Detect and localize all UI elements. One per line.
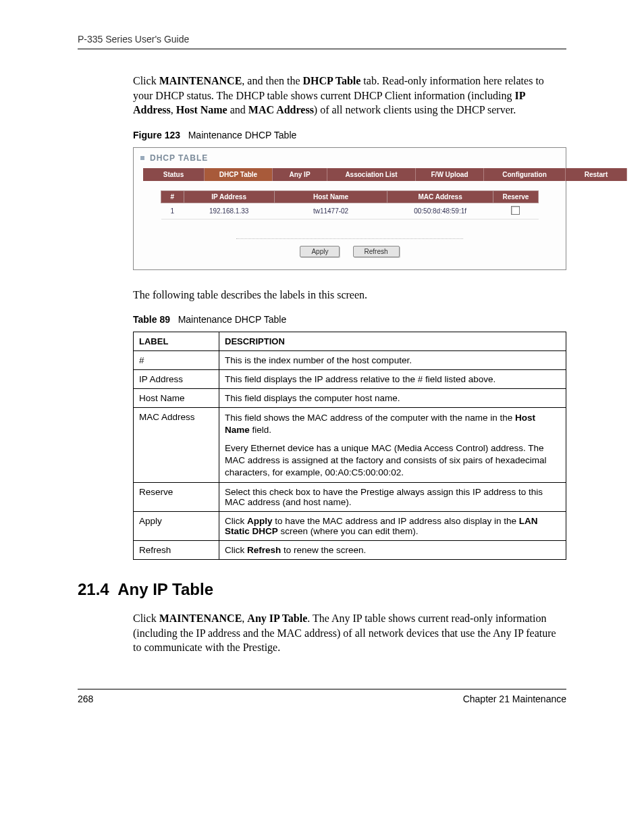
description-table: LABEL DESCRIPTION # This is the index nu… <box>133 332 566 560</box>
t: Host Name <box>176 104 227 115</box>
intro-paragraph: Click MAINTENANCE, and then the DHCP Tab… <box>133 74 566 118</box>
t: , <box>171 104 176 115</box>
cell-ip: 192.168.1.33 <box>184 203 274 219</box>
header-label: LABEL <box>134 332 219 351</box>
table-row: Apply Click Apply to have the MAC addres… <box>134 512 566 541</box>
table-row: Refresh Click Refresh to renew the scree… <box>134 541 566 560</box>
t: ) of all network clients using the DHCP … <box>314 104 516 115</box>
t: Every Ethernet device has a unique MAC (… <box>225 442 560 478</box>
col-host: Host Name <box>274 190 387 203</box>
apply-button[interactable]: Apply <box>300 246 340 257</box>
tab-dhcp-table[interactable]: DHCP Table <box>205 168 273 181</box>
table-number: Table 89 <box>133 314 170 325</box>
window-title: DHCP TABLE <box>150 153 208 163</box>
t: Click <box>133 613 159 624</box>
separator-dots <box>236 238 463 239</box>
col-ip: IP Address <box>184 190 274 203</box>
section-title: Any IP Table <box>117 580 213 598</box>
desc-cell: This is the index number of the host com… <box>219 351 566 370</box>
desc-cell: Click Refresh to renew the screen. <box>219 541 566 560</box>
label-cell: Host Name <box>134 389 219 408</box>
desc-cell: This field displays the computer host na… <box>219 389 566 408</box>
header-description: DESCRIPTION <box>219 332 566 351</box>
t: to renew the screen. <box>281 545 366 555</box>
t: MAINTENANCE <box>159 75 242 86</box>
table-title: Maintenance DHCP Table <box>178 314 287 325</box>
figure-number: Figure 123 <box>133 130 180 140</box>
tab-restart[interactable]: Restart <box>566 168 627 181</box>
label-cell: Apply <box>134 512 219 541</box>
col-reserve: Reserve <box>493 190 538 203</box>
col-mac: MAC Address <box>387 190 493 203</box>
table-row: # This is the index number of the host c… <box>134 351 566 370</box>
t: Click <box>225 516 247 526</box>
t: screen (where you can edit them). <box>278 526 419 536</box>
col-num: # <box>161 190 184 203</box>
dhcp-table-screenshot: DHCP TABLE Status DHCP Table Any IP Asso… <box>133 147 566 270</box>
t: MAC Address <box>248 104 314 115</box>
chapter-label: Chapter 21 Maintenance <box>463 694 566 704</box>
label-cell: Refresh <box>134 541 219 560</box>
page-header: P-335 Series User's Guide <box>78 34 566 49</box>
cell-num: 1 <box>161 203 184 219</box>
t: to have the MAC address and IP address a… <box>273 516 519 526</box>
t: Refresh <box>247 545 281 555</box>
desc-cell: This field displays the IP address relat… <box>219 370 566 389</box>
t: , and then the <box>242 75 302 86</box>
section-heading: 21.4 Any IP Table <box>78 580 566 599</box>
reserve-checkbox[interactable] <box>511 206 520 215</box>
cell-reserve <box>493 203 538 219</box>
tab-any-ip[interactable]: Any IP <box>273 168 327 181</box>
t: field. <box>250 425 271 435</box>
label-cell: MAC Address <box>134 408 219 483</box>
t: This field shows the MAC address of the … <box>225 413 515 423</box>
t: Click <box>133 75 159 86</box>
table-row: Host Name This field displays the comput… <box>134 389 566 408</box>
t: Apply <box>247 516 273 526</box>
tab-association-list[interactable]: Association List <box>327 168 416 181</box>
refresh-button[interactable]: Refresh <box>353 246 400 257</box>
dhcp-data-table: # IP Address Host Name MAC Address Reser… <box>161 190 539 219</box>
t: Any IP Table <box>247 613 307 624</box>
page-number: 268 <box>78 694 93 704</box>
section-number: 21.4 <box>78 580 109 598</box>
tab-fw-upload[interactable]: F/W Upload <box>416 168 484 181</box>
tab-status[interactable]: Status <box>143 168 205 181</box>
figure-caption: Figure 123 Maintenance DHCP Table <box>133 130 566 140</box>
mid-text: The following table describes the labels… <box>133 288 566 303</box>
table-row: MAC Address This field shows the MAC add… <box>134 408 566 483</box>
t: Click <box>225 545 247 555</box>
desc-cell: Click Apply to have the MAC address and … <box>219 512 566 541</box>
table-row: IP Address This field displays the IP ad… <box>134 370 566 389</box>
t: and <box>227 104 248 115</box>
page-footer: 268 Chapter 21 Maintenance <box>78 689 566 704</box>
t: MAINTENANCE <box>159 613 242 624</box>
label-cell: Reserve <box>134 483 219 512</box>
cell-mac: 00:50:8d:48:59:1f <box>387 203 493 219</box>
table-row: 1 192.168.1.33 tw11477-02 00:50:8d:48:59… <box>161 203 539 219</box>
window-icon <box>139 155 146 161</box>
tab-bar: Status DHCP Table Any IP Association Lis… <box>143 168 556 181</box>
label-cell: IP Address <box>134 370 219 389</box>
t: DHCP Table <box>303 75 361 86</box>
label-cell: # <box>134 351 219 370</box>
table-caption: Table 89 Maintenance DHCP Table <box>133 314 566 325</box>
figure-title: Maintenance DHCP Table <box>188 130 297 140</box>
tab-configuration[interactable]: Configuration <box>484 168 566 181</box>
desc-cell: This field shows the MAC address of the … <box>219 408 566 483</box>
cell-host: tw11477-02 <box>274 203 387 219</box>
desc-cell: Select this check box to have the Presti… <box>219 483 566 512</box>
section-body: Click MAINTENANCE, Any IP Table. The Any… <box>133 611 566 655</box>
table-row: Reserve Select this check box to have th… <box>134 483 566 512</box>
